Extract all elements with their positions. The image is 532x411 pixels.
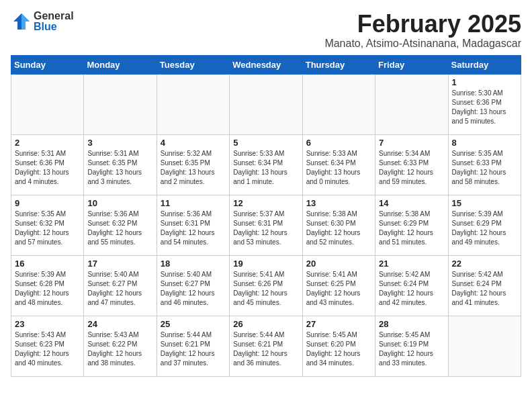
weekday-header-friday: Friday	[375, 55, 448, 74]
day-info: Sunrise: 5:34 AM Sunset: 6:33 PM Dayligh…	[379, 149, 444, 187]
day-info: Sunrise: 5:36 AM Sunset: 6:32 PM Dayligh…	[87, 210, 152, 247]
day-info: Sunrise: 5:39 AM Sunset: 6:28 PM Dayligh…	[15, 270, 80, 308]
day-info: Sunrise: 5:44 AM Sunset: 6:21 PM Dayligh…	[233, 330, 298, 368]
calendar-cell: 14Sunrise: 5:38 AM Sunset: 6:29 PM Dayli…	[375, 195, 448, 255]
calendar-cell	[157, 74, 229, 134]
day-number: 23	[15, 319, 80, 329]
calendar-cell: 12Sunrise: 5:37 AM Sunset: 6:31 PM Dayli…	[230, 195, 302, 255]
calendar-table: SundayMondayTuesdayWednesdayThursdayFrid…	[11, 55, 521, 377]
day-number: 18	[161, 259, 226, 269]
day-number: 21	[379, 259, 444, 269]
weekday-header-thursday: Thursday	[302, 55, 375, 74]
day-number: 28	[379, 319, 444, 329]
day-info: Sunrise: 5:42 AM Sunset: 6:24 PM Dayligh…	[379, 270, 444, 308]
day-info: Sunrise: 5:38 AM Sunset: 6:29 PM Dayligh…	[379, 210, 444, 247]
day-info: Sunrise: 5:32 AM Sunset: 6:35 PM Dayligh…	[161, 149, 226, 187]
day-number: 24	[87, 319, 152, 329]
calendar-cell: 11Sunrise: 5:36 AM Sunset: 6:31 PM Dayli…	[157, 195, 229, 255]
calendar-cell: 26Sunrise: 5:44 AM Sunset: 6:21 PM Dayli…	[230, 316, 302, 376]
day-info: Sunrise: 5:35 AM Sunset: 6:32 PM Dayligh…	[15, 210, 80, 247]
day-number: 1	[452, 77, 517, 87]
calendar-cell: 17Sunrise: 5:40 AM Sunset: 6:27 PM Dayli…	[84, 255, 157, 316]
weekday-header-sunday: Sunday	[11, 55, 84, 74]
calendar-cell: 16Sunrise: 5:39 AM Sunset: 6:28 PM Dayli…	[11, 255, 84, 316]
day-number: 4	[161, 138, 226, 148]
day-number: 26	[233, 319, 298, 329]
day-number: 16	[15, 259, 80, 269]
week-row-4: 16Sunrise: 5:39 AM Sunset: 6:28 PM Dayli…	[11, 255, 521, 316]
day-number: 25	[161, 319, 226, 329]
calendar-cell: 27Sunrise: 5:45 AM Sunset: 6:20 PM Dayli…	[302, 316, 375, 376]
day-info: Sunrise: 5:44 AM Sunset: 6:21 PM Dayligh…	[161, 330, 226, 368]
day-number: 6	[306, 138, 371, 148]
logo: General Blue	[11, 11, 74, 32]
day-info: Sunrise: 5:43 AM Sunset: 6:23 PM Dayligh…	[15, 330, 80, 368]
week-row-2: 2Sunrise: 5:31 AM Sunset: 6:36 PM Daylig…	[11, 134, 521, 195]
logo-general: General	[34, 11, 74, 21]
calendar-cell: 15Sunrise: 5:39 AM Sunset: 6:29 PM Dayli…	[448, 195, 521, 255]
calendar-cell: 25Sunrise: 5:44 AM Sunset: 6:21 PM Dayli…	[157, 316, 229, 376]
weekday-header-monday: Monday	[84, 55, 157, 74]
calendar-cell: 3Sunrise: 5:31 AM Sunset: 6:35 PM Daylig…	[84, 134, 157, 195]
day-info: Sunrise: 5:37 AM Sunset: 6:31 PM Dayligh…	[233, 210, 298, 247]
calendar-cell: 24Sunrise: 5:43 AM Sunset: 6:22 PM Dayli…	[84, 316, 157, 376]
day-number: 10	[87, 198, 152, 208]
calendar-cell: 22Sunrise: 5:42 AM Sunset: 6:24 PM Dayli…	[448, 255, 521, 316]
day-number: 20	[306, 259, 371, 269]
day-number: 2	[15, 138, 80, 148]
logo-icon	[11, 11, 32, 32]
calendar-cell	[230, 74, 302, 134]
day-number: 17	[87, 259, 152, 269]
day-info: Sunrise: 5:33 AM Sunset: 6:34 PM Dayligh…	[233, 149, 298, 187]
day-number: 15	[452, 198, 517, 208]
weekday-header-saturday: Saturday	[448, 55, 521, 74]
day-number: 5	[233, 138, 298, 148]
day-info: Sunrise: 5:30 AM Sunset: 6:36 PM Dayligh…	[452, 89, 517, 126]
weekday-header-wednesday: Wednesday	[230, 55, 302, 74]
day-number: 22	[452, 259, 517, 269]
week-row-3: 9Sunrise: 5:35 AM Sunset: 6:32 PM Daylig…	[11, 195, 521, 255]
calendar-cell: 8Sunrise: 5:35 AM Sunset: 6:33 PM Daylig…	[448, 134, 521, 195]
calendar-cell	[375, 74, 448, 134]
day-info: Sunrise: 5:41 AM Sunset: 6:25 PM Dayligh…	[306, 270, 371, 308]
day-info: Sunrise: 5:31 AM Sunset: 6:35 PM Dayligh…	[87, 149, 152, 187]
calendar-cell: 18Sunrise: 5:40 AM Sunset: 6:27 PM Dayli…	[157, 255, 229, 316]
day-number: 13	[306, 198, 371, 208]
day-info: Sunrise: 5:31 AM Sunset: 6:36 PM Dayligh…	[15, 149, 80, 187]
logo-blue: Blue	[34, 21, 74, 32]
calendar-cell	[302, 74, 375, 134]
calendar-cell	[448, 316, 521, 376]
day-number: 9	[15, 198, 80, 208]
day-number: 11	[161, 198, 226, 208]
calendar-cell: 4Sunrise: 5:32 AM Sunset: 6:35 PM Daylig…	[157, 134, 229, 195]
day-number: 7	[379, 138, 444, 148]
day-info: Sunrise: 5:45 AM Sunset: 6:19 PM Dayligh…	[379, 330, 444, 368]
calendar-cell: 2Sunrise: 5:31 AM Sunset: 6:36 PM Daylig…	[11, 134, 84, 195]
day-info: Sunrise: 5:40 AM Sunset: 6:27 PM Dayligh…	[161, 270, 226, 308]
week-row-1: 1Sunrise: 5:30 AM Sunset: 6:36 PM Daylig…	[11, 74, 521, 134]
calendar-cell: 5Sunrise: 5:33 AM Sunset: 6:34 PM Daylig…	[230, 134, 302, 195]
day-info: Sunrise: 5:45 AM Sunset: 6:20 PM Dayligh…	[306, 330, 371, 368]
day-info: Sunrise: 5:40 AM Sunset: 6:27 PM Dayligh…	[87, 270, 152, 308]
day-info: Sunrise: 5:39 AM Sunset: 6:29 PM Dayligh…	[452, 210, 517, 247]
calendar-cell: 19Sunrise: 5:41 AM Sunset: 6:26 PM Dayli…	[230, 255, 302, 316]
day-number: 27	[306, 319, 371, 329]
day-number: 19	[233, 259, 298, 269]
location-title: Manato, Atsimo-Atsinanana, Madagascar	[324, 38, 521, 50]
title-area: February 2025 Manato, Atsimo-Atsinanana,…	[324, 11, 521, 50]
calendar-cell: 10Sunrise: 5:36 AM Sunset: 6:32 PM Dayli…	[84, 195, 157, 255]
day-info: Sunrise: 5:35 AM Sunset: 6:33 PM Dayligh…	[452, 149, 517, 187]
calendar-cell: 6Sunrise: 5:33 AM Sunset: 6:34 PM Daylig…	[302, 134, 375, 195]
day-info: Sunrise: 5:41 AM Sunset: 6:26 PM Dayligh…	[233, 270, 298, 308]
calendar-cell: 1Sunrise: 5:30 AM Sunset: 6:36 PM Daylig…	[448, 74, 521, 134]
day-number: 3	[87, 138, 152, 148]
day-info: Sunrise: 5:38 AM Sunset: 6:30 PM Dayligh…	[306, 210, 371, 247]
day-info: Sunrise: 5:43 AM Sunset: 6:22 PM Dayligh…	[87, 330, 152, 368]
calendar-cell: 21Sunrise: 5:42 AM Sunset: 6:24 PM Dayli…	[375, 255, 448, 316]
calendar-cell: 23Sunrise: 5:43 AM Sunset: 6:23 PM Dayli…	[11, 316, 84, 376]
day-info: Sunrise: 5:36 AM Sunset: 6:31 PM Dayligh…	[161, 210, 226, 247]
calendar-cell: 28Sunrise: 5:45 AM Sunset: 6:19 PM Dayli…	[375, 316, 448, 376]
day-info: Sunrise: 5:42 AM Sunset: 6:24 PM Dayligh…	[452, 270, 517, 308]
calendar-cell: 20Sunrise: 5:41 AM Sunset: 6:25 PM Dayli…	[302, 255, 375, 316]
day-number: 14	[379, 198, 444, 208]
